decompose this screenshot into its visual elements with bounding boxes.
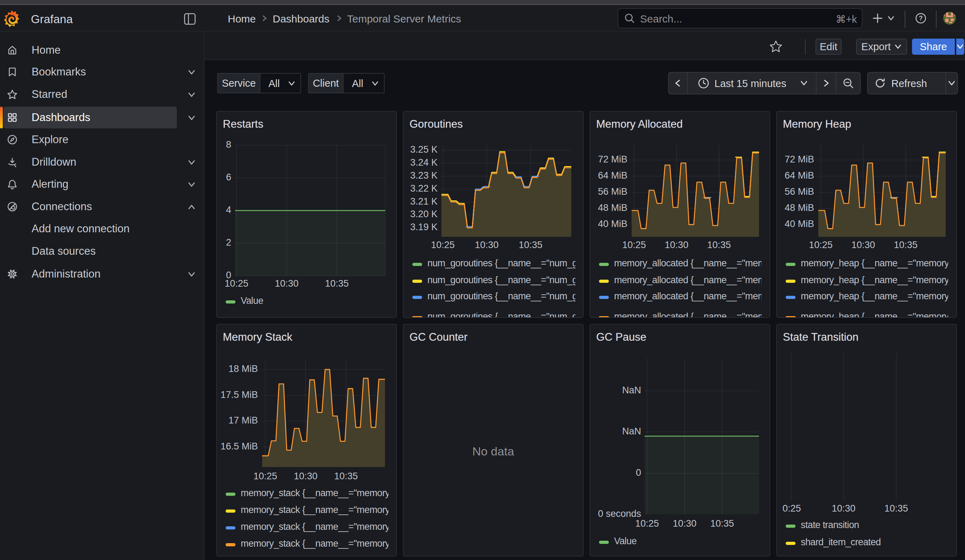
- svg-text:?: ?: [919, 15, 923, 22]
